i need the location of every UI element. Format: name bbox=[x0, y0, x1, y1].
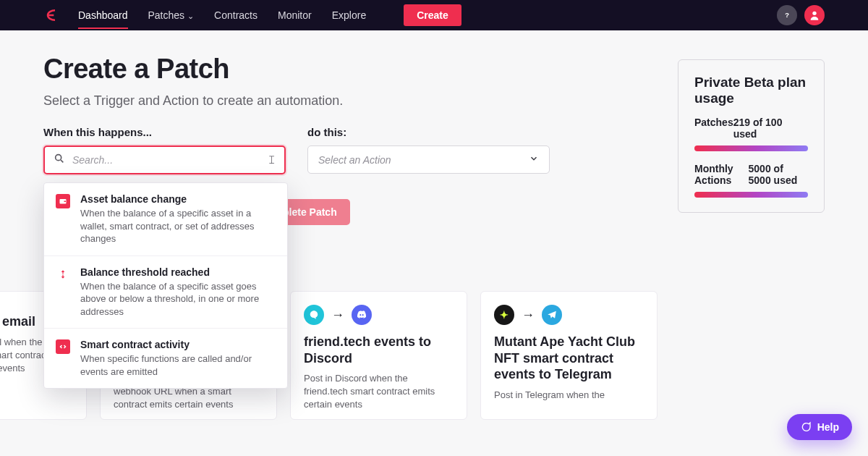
svg-point-3 bbox=[56, 155, 61, 161]
action-select[interactable]: Select an Action bbox=[307, 145, 550, 174]
template-card[interactable]: → friend.tech events to Discord Post in … bbox=[290, 291, 467, 420]
usage-title: Private Beta plan usage bbox=[694, 75, 808, 106]
template-title: friend.tech events to Discord bbox=[304, 334, 454, 366]
dropdown-item-desc: When specific functions are called and/o… bbox=[80, 352, 276, 378]
threshold-icon bbox=[56, 267, 70, 282]
friendtech-icon bbox=[304, 305, 324, 325]
chevron-down-icon: ⌄ bbox=[187, 12, 194, 21]
trigger-label: When this happens... bbox=[43, 126, 286, 138]
usage-bar-patches bbox=[694, 145, 808, 151]
create-button[interactable]: Create bbox=[404, 4, 461, 26]
arrow-icon: → bbox=[522, 308, 535, 323]
chevron-down-icon bbox=[529, 153, 539, 166]
nav-links: Dashboard Patches⌄ Contracts Monitor Exp… bbox=[78, 4, 461, 26]
nav-monitor[interactable]: Monitor bbox=[278, 9, 312, 21]
nav-patches[interactable]: Patches⌄ bbox=[148, 9, 195, 21]
discord-icon bbox=[352, 305, 372, 325]
usage-bar-actions bbox=[694, 192, 808, 198]
trigger-option-threshold[interactable]: Balance threshold reached When the balan… bbox=[44, 256, 287, 329]
nav-dashboard[interactable]: Dashboard bbox=[78, 9, 128, 21]
template-card[interactable]: ✦ → Mutant Ape Yacht Club NFT smart cont… bbox=[480, 291, 658, 420]
trigger-option-contract-activity[interactable]: Smart contract activity When specific fu… bbox=[44, 329, 287, 388]
action-label: do this: bbox=[307, 126, 550, 138]
help-fab-label: Help bbox=[817, 421, 839, 433]
mayc-icon: ✦ bbox=[494, 305, 514, 325]
usage-value: 5000 of 5000 used bbox=[749, 163, 808, 186]
nav-contracts[interactable]: Contracts bbox=[214, 9, 258, 21]
action-placeholder: Select an Action bbox=[318, 154, 391, 166]
trigger-search[interactable]: 𝙸 bbox=[43, 145, 286, 174]
usage-value: 219 of 100 used bbox=[733, 117, 808, 140]
avatar[interactable] bbox=[804, 5, 825, 25]
dropdown-item-desc: When the balance of a specific asset in … bbox=[80, 207, 276, 245]
svg-rect-5 bbox=[64, 201, 67, 203]
help-icon[interactable]: ? bbox=[777, 5, 797, 25]
main-content: Create a Patch Select a Trigger and Acti… bbox=[43, 54, 658, 420]
usage-label: Patches bbox=[694, 117, 733, 140]
top-nav: Dashboard Patches⌄ Contracts Monitor Exp… bbox=[0, 0, 868, 30]
usage-label: Monthly Actions bbox=[694, 163, 749, 186]
search-icon bbox=[54, 153, 65, 167]
usage-panel: Private Beta plan usage Patches 219 of 1… bbox=[678, 59, 825, 213]
help-fab[interactable]: Help bbox=[787, 414, 852, 440]
dropdown-item-title: Asset balance change bbox=[80, 193, 276, 205]
svg-point-2 bbox=[812, 12, 816, 15]
nav-explore[interactable]: Explore bbox=[332, 9, 366, 21]
telegram-icon bbox=[542, 305, 562, 325]
trigger-dropdown: Asset balance change When the balance of… bbox=[43, 182, 288, 389]
template-desc: Post in Discord when the friend.tech sma… bbox=[304, 372, 454, 412]
template-title: Mutant Ape Yacht Club NFT smart contract… bbox=[494, 334, 644, 383]
code-icon bbox=[56, 339, 70, 354]
svg-text:?: ? bbox=[785, 12, 789, 19]
dropdown-item-title: Smart contract activity bbox=[80, 339, 276, 350]
chat-icon bbox=[800, 421, 812, 433]
page-subtitle: Select a Trigger and Action to create an… bbox=[43, 93, 658, 109]
trigger-option-asset-balance[interactable]: Asset balance change When the balance of… bbox=[44, 183, 287, 256]
trigger-search-input[interactable] bbox=[71, 153, 268, 166]
wallet-icon bbox=[56, 194, 70, 208]
logo[interactable] bbox=[43, 7, 59, 23]
template-desc: Post in Telegram when the bbox=[494, 389, 644, 402]
arrow-icon: → bbox=[331, 308, 344, 323]
page-title: Create a Patch bbox=[43, 54, 658, 85]
dropdown-item-title: Balance threshold reached bbox=[80, 266, 276, 278]
dropdown-item-desc: When the balance of a specific asset goe… bbox=[80, 280, 276, 318]
text-cursor-icon: 𝙸 bbox=[268, 153, 276, 166]
